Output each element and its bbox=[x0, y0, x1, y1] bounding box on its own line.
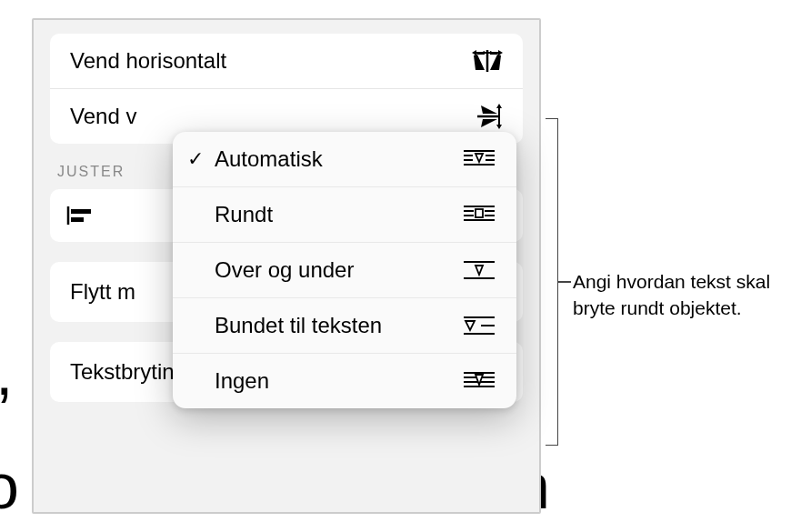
svg-marker-2 bbox=[472, 50, 476, 55]
svg-rect-10 bbox=[71, 217, 84, 222]
svg-marker-3 bbox=[498, 50, 503, 55]
popup-item-above-below[interactable]: Over og under bbox=[173, 242, 516, 297]
svg-rect-9 bbox=[71, 209, 91, 214]
background-glyph: , bbox=[0, 336, 13, 409]
popup-item-label: Ingen bbox=[215, 368, 464, 394]
wrap-none-icon bbox=[464, 370, 495, 392]
svg-marker-6 bbox=[496, 104, 502, 108]
annotation-text: Angi hvordan tekst skal bryte rundt obje… bbox=[573, 268, 773, 322]
popup-item-none[interactable]: Ingen bbox=[173, 353, 516, 408]
svg-rect-29 bbox=[476, 209, 483, 217]
wrap-around-icon bbox=[464, 204, 495, 226]
flip-vertical-icon bbox=[472, 104, 503, 129]
flip-card: Vend horisontalt Vend v bbox=[50, 34, 523, 144]
flip-horizontal-row[interactable]: Vend horisontalt bbox=[50, 34, 523, 88]
flip-horizontal-icon bbox=[472, 48, 503, 74]
annotation-bracket bbox=[546, 118, 558, 446]
text-wrap-popup: ✓ Automatisk Rundt bbox=[173, 132, 516, 408]
annotation-bracket-tick bbox=[558, 281, 571, 283]
wrap-auto-icon bbox=[464, 148, 495, 170]
text-wrap-label: Tekstbryting bbox=[70, 359, 186, 385]
popup-item-inline[interactable]: Bundet til teksten bbox=[173, 297, 516, 353]
svg-marker-7 bbox=[496, 125, 502, 129]
popup-item-around[interactable]: Rundt bbox=[173, 186, 516, 242]
move-with-text-label: Flytt m bbox=[70, 279, 135, 305]
wrap-inline-icon bbox=[464, 315, 495, 336]
flip-horizontal-label: Vend horisontalt bbox=[70, 48, 226, 74]
background-glyph: o bbox=[0, 450, 19, 523]
popup-item-label: Bundet til teksten bbox=[215, 313, 464, 338]
flip-vertical-label: Vend v bbox=[70, 104, 136, 129]
wrap-topbottom-icon bbox=[464, 259, 495, 281]
popup-item-automatic[interactable]: ✓ Automatisk bbox=[173, 132, 516, 186]
popup-item-label: Rundt bbox=[215, 202, 464, 227]
align-left-icon bbox=[66, 205, 94, 226]
checkmark-icon: ✓ bbox=[187, 147, 215, 171]
popup-item-label: Over og under bbox=[215, 257, 464, 283]
popup-item-label: Automatisk bbox=[215, 146, 464, 172]
